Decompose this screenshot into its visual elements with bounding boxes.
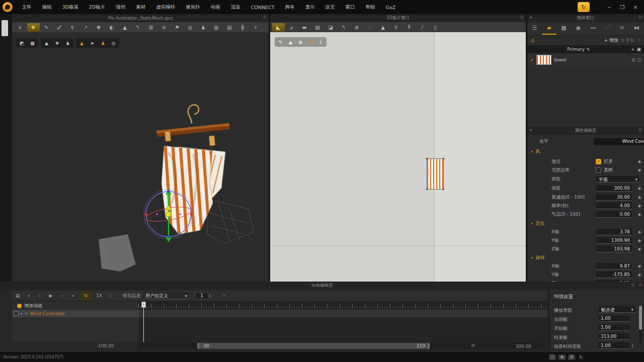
menu-item[interactable]: 动画 [205, 0, 225, 14]
name-field[interactable]: Wind Contro [594, 138, 644, 145]
clothespin-right[interactable] [209, 136, 215, 146]
keyframe-diamond-icon[interactable]: ◆ [638, 186, 641, 191]
select-move-tool-icon[interactable]: ✥ [27, 23, 40, 32]
keyframe-diamond-icon[interactable]: ◆ [638, 204, 641, 208]
playhead-handle[interactable]: 1 [141, 302, 146, 308]
sync-status-icon[interactable]: ↻ [578, 354, 585, 360]
wind-controller-lane[interactable] [138, 310, 547, 317]
edit-garment-button[interactable]: ✎ [637, 38, 641, 43]
menu-item[interactable]: 文件 [17, 0, 37, 14]
fps-status-icon[interactable]: ▤ [568, 354, 575, 360]
marker-tool-icon[interactable]: ◐ [106, 23, 118, 32]
refresh-icon[interactable]: ⊙ [638, 127, 642, 132]
menu-item[interactable]: 帮助 [360, 0, 380, 14]
track-wind-controller[interactable]: ▸ ≈ Wind Controller [12, 310, 138, 317]
garment-tool-icon[interactable]: ▲ [119, 23, 131, 32]
object-window-titlebar[interactable]: ◂ 物体窗口 ⊙ [527, 14, 644, 22]
towel-thumbnail[interactable] [536, 55, 551, 65]
walk-tool-icon[interactable]: ⚡ [250, 23, 262, 32]
add-garment-button[interactable]: + 增加 [604, 37, 618, 44]
hanger-hook[interactable] [188, 105, 199, 124]
frame-step-input[interactable]: 1 [195, 292, 208, 299]
fit-range-icon[interactable]: ⇄ [471, 343, 475, 348]
loop-toggle-icon[interactable]: ↻ [80, 292, 92, 300]
keyframe-diamond-icon[interactable]: ◆ [638, 264, 641, 268]
item-layers-icon[interactable]: ⊞ [631, 57, 635, 62]
edit-pattern-tool-icon[interactable]: ⊿ [285, 23, 298, 32]
menu-item[interactable]: 编辑 [37, 0, 57, 14]
pin-icon[interactable]: ⊙ [638, 15, 642, 20]
menu-item[interactable]: 虚拟模特 [151, 0, 181, 14]
pos-z-field[interactable]: 193.98 [596, 246, 632, 252]
play-icon[interactable]: ▶ [45, 292, 56, 300]
garment-mini-icon[interactable]: ▲ [286, 38, 295, 46]
go-start-icon[interactable]: « [23, 292, 34, 300]
pos-x-field[interactable]: 3.78 [596, 229, 632, 235]
pin-2d-tool-icon[interactable]: ⚲ [390, 23, 403, 32]
restore-button[interactable]: ❐ [617, 2, 628, 12]
folder-icon[interactable]: ▣ [636, 47, 641, 52]
minimize-button[interactable]: − [604, 2, 615, 12]
plane-tool-icon[interactable]: ▤ [223, 23, 236, 32]
menu-item[interactable]: 缝纫 [111, 0, 131, 14]
polygon-tool-icon[interactable]: ▧ [311, 23, 324, 32]
section-wind[interactable]: ▾ 风 [531, 148, 540, 155]
towel-front[interactable] [162, 146, 213, 234]
viewport-3d[interactable]: ◩▦ ▲❖♟ ▲➤♟◎ [12, 32, 269, 282]
expand-icon[interactable]: ▸ [21, 312, 23, 316]
menu-item[interactable]: 脚本 [280, 0, 300, 14]
cancel-simulation-icon[interactable]: ✕ [219, 292, 230, 300]
md-cloud-icon[interactable]: ↻ [578, 2, 590, 12]
keyframe-diamond-icon[interactable]: ◆ [638, 168, 641, 172]
pattern-corner-point[interactable] [426, 189, 428, 190]
section-rotation[interactable]: ▾ 旋转 [531, 254, 545, 261]
animation-editor-titlebar[interactable]: 动画编辑器 ⊙ × [0, 282, 644, 290]
rename-group-icon[interactable]: ✎ [587, 47, 590, 52]
pen-mini-icon[interactable]: ✎ [276, 38, 285, 46]
rot-y-field[interactable]: -175.85 [596, 272, 632, 278]
tab-trim-icon[interactable]: ⧓ [629, 22, 644, 35]
record-setup-icon[interactable]: ▤ [12, 292, 23, 300]
frame-step-spinner[interactable]: ▴▾ [209, 294, 211, 298]
rectangle-tool-icon[interactable]: ▬ [298, 23, 311, 32]
item-check-icon[interactable]: ✓ [530, 57, 534, 63]
app-logo-icon[interactable] [3, 2, 13, 12]
close-button[interactable]: × [630, 2, 641, 12]
keyframe-diamond-icon[interactable]: ◆ [638, 159, 641, 164]
play-type-dropdown[interactable]: 帧步进 ▼ [599, 306, 635, 313]
menu-item[interactable]: 设定 [320, 0, 340, 14]
pin-tool-icon[interactable]: ⚲ [66, 23, 79, 32]
strength-field[interactable]: 300.00 [596, 185, 632, 192]
clothespin-left[interactable] [165, 131, 171, 142]
playback-speed-button[interactable]: 1X [94, 292, 105, 300]
keyframe-diamond-icon[interactable]: ◆ [638, 238, 641, 243]
edit-pin-tool-icon[interactable]: ↗ [79, 23, 92, 32]
property-editor-titlebar[interactable]: ◂ 属性编辑器 ⊙ [527, 127, 644, 135]
brush-tool-icon[interactable]: 🖉 [53, 23, 66, 32]
sound-toggle-icon[interactable]: ◫ [105, 292, 116, 300]
pin-icon[interactable]: ⊙ [631, 282, 635, 287]
keyframe-diamond-icon[interactable]: ◆ [638, 195, 641, 200]
keyframe-diamond-icon[interactable]: ◆ [638, 212, 641, 217]
section-position[interactable]: ▾ 定位 [531, 220, 545, 227]
collapse-icon[interactable]: ◂ [529, 127, 532, 132]
pin-icon[interactable]: ⊙ [520, 15, 524, 20]
menu-item[interactable]: GoZ [380, 0, 401, 14]
viewport-3d-titlebar[interactable]: Pin Animation_StaticMesh.zprj ⊙ [12, 14, 269, 22]
fold-tool-icon[interactable]: ↰ [132, 23, 144, 32]
garment-group-row[interactable]: Primary ✎ + ▣ [527, 45, 644, 53]
boundary-checkbox[interactable] [596, 167, 601, 173]
menu-item[interactable]: 渲染 [225, 0, 246, 14]
attenuation-field[interactable]: 30.00 [596, 194, 632, 201]
copy-garment-button[interactable]: ⧉ 复制 [621, 37, 634, 44]
item-visibility-icon[interactable]: ◫ [637, 57, 641, 62]
close-panel-icon[interactable]: × [638, 282, 642, 287]
panel-layout-icon[interactable]: ◫ [549, 354, 556, 360]
menu-item[interactable]: 素材 [131, 0, 151, 14]
trace-tool-icon[interactable]: ⌔ [364, 23, 376, 32]
menu-item[interactable]: 重拓扑 [181, 0, 206, 14]
current-frame-field[interactable]: 1.00 [599, 315, 630, 322]
menu-item[interactable]: 3D服装 [57, 0, 84, 14]
tab-fabric-icon[interactable]: ▩ [556, 22, 571, 35]
airflow-field[interactable]: 0.00 [596, 211, 632, 218]
